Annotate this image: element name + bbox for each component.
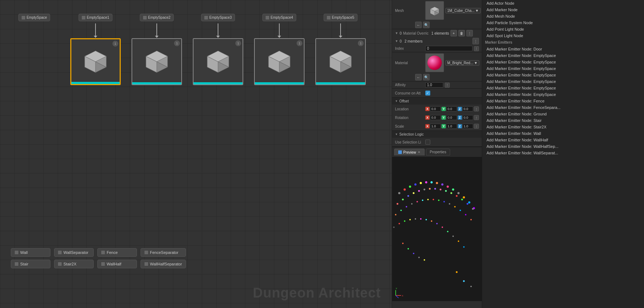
mat-expand-btn[interactable]: ⋮ xyxy=(466,30,473,36)
mat-search-btn[interactable]: 🔍 xyxy=(423,74,430,80)
menu-emitter-wallsep[interactable]: Add Marker Emitter Node: WallSeparat... xyxy=(482,150,644,156)
menu-emitter-wallhalf[interactable]: Add Marker Emitter Node: WallHalf xyxy=(482,137,644,143)
menu-emitter-stair[interactable]: Add Marker Emitter Node: Stair xyxy=(482,117,644,124)
rot-z-val[interactable]: 0.0 xyxy=(462,115,474,120)
empty-node-box-1[interactable]: EmptySpace1 xyxy=(79,14,112,21)
svg-point-43 xyxy=(418,190,420,192)
index-expand-btn[interactable]: ⋮ xyxy=(474,46,479,51)
scale-expand-btn[interactable]: ⋮ xyxy=(474,124,479,129)
mesh-section: Mesh 1M_Cube_Cha... ▼ ← 🔍 xyxy=(392,0,482,29)
mat-back-btn[interactable]: ← xyxy=(415,74,422,80)
empty-node-label-2: EmptySpace2 xyxy=(148,16,170,19)
empty-node-5[interactable]: EmptySpace5 1 xyxy=(310,11,371,88)
menu-emitter-stair2x[interactable]: Add Marker Emitter Node: Stair2X xyxy=(482,124,644,130)
empty-node-label-1: EmptySpace1 xyxy=(87,16,109,19)
menu-emitter-ground[interactable]: Add Marker Emitter Node: Ground xyxy=(482,111,644,117)
menu-emitter-fencesep[interactable]: Add Marker Emitter Node: FenceSepara... xyxy=(482,104,644,111)
empty-node-box-5[interactable]: EmptySpace5 xyxy=(324,14,357,21)
material-thumbnail[interactable] xyxy=(425,53,444,72)
fenceseparator-node[interactable]: FenceSeparator xyxy=(141,248,186,257)
scale-x-val[interactable]: 1.0 xyxy=(430,124,441,129)
selection-logic-header[interactable]: ▼ Selection Logic xyxy=(392,131,482,138)
empty-node-box-4[interactable]: EmptySpace4 xyxy=(262,14,296,21)
menu-add-mesh-node[interactable]: Add Mesh Node xyxy=(482,13,644,19)
offset-header[interactable]: ▼ Offset xyxy=(392,98,482,105)
affinity-input[interactable]: 1.0 xyxy=(425,82,443,88)
menu-emitter-emptyspace-4[interactable]: Add Marker Emitter Node: EmptySpace xyxy=(482,78,644,85)
mesh-node-0[interactable]: 1 xyxy=(70,38,121,85)
menu-emitter-emptyspace-6[interactable]: Add Marker Emitter Node: EmptySpace xyxy=(482,91,644,98)
empty-node-box-2[interactable]: EmptySpace2 xyxy=(140,14,174,21)
rot-expand-btn[interactable]: ⋮ xyxy=(474,115,479,120)
mesh-thumbnail[interactable] xyxy=(425,1,444,20)
mesh-node-4[interactable]: 1 xyxy=(315,38,366,85)
menu-emitter-wallhalfsep[interactable]: Add Marker Emitter Node: WallHalfSep... xyxy=(482,143,644,150)
affinity-expand-btn[interactable]: ⋮ xyxy=(445,83,450,88)
menu-emitter-emptyspace-1[interactable]: Add Marker Emitter Node: EmptySpace xyxy=(482,59,644,65)
properties-tab[interactable]: Properties xyxy=(426,149,450,155)
menu-add-marker-node[interactable]: Add Marker Node xyxy=(482,6,644,13)
empty-node-3[interactable]: EmptySpace3 1 xyxy=(187,11,249,88)
svg-point-50 xyxy=(456,195,458,197)
empty-node-box-0[interactable]: EmptySpace xyxy=(18,14,50,21)
fence-node[interactable]: Fence xyxy=(97,248,137,257)
node-sq-fence xyxy=(101,251,105,254)
members-expand-btn[interactable]: ⋮ xyxy=(472,38,479,44)
menu-emitter-fence[interactable]: Add Marker Emitter Node: Fence xyxy=(482,98,644,104)
preview-tab-close[interactable]: ✕ xyxy=(418,150,421,154)
loc-y-label: Y xyxy=(441,107,446,111)
material-dropdown[interactable]: M_Bright_Red... ▼ xyxy=(445,60,479,66)
loc-z-val[interactable]: 0.0 xyxy=(462,106,474,111)
wall-node[interactable]: Wall xyxy=(11,248,50,257)
menu-emitter-wall[interactable]: Add Marker Emitter Node: Wall xyxy=(482,130,644,137)
rot-x-val[interactable]: 0.0 xyxy=(430,115,441,120)
mesh-node-1[interactable]: 1 xyxy=(132,38,182,85)
menu-emitter-emptyspace-5[interactable]: Add Marker Emitter Node: EmptySpace xyxy=(482,85,644,91)
mesh-controls: ← 🔍 xyxy=(392,21,482,29)
stair2x-node[interactable]: Stair2X xyxy=(54,260,94,268)
preview-tab[interactable]: Preview ✕ xyxy=(394,149,425,155)
menu-add-point-light-node[interactable]: Add Point Light Node xyxy=(482,26,644,32)
mat-delete-btn[interactable]: 🗑 xyxy=(458,30,465,36)
empty-space-nodes-row: EmptySpace EmptySpace1 1 xyxy=(4,11,371,88)
empty-node-1[interactable]: EmptySpace1 1 xyxy=(65,11,126,88)
scale-y-val[interactable]: 1.0 xyxy=(446,124,457,129)
wallhalfseparator-node[interactable]: WallHalfSeparator xyxy=(141,260,186,268)
menu-emitter-emptyspace-3[interactable]: Add Marker Emitter Node: EmptySpace xyxy=(482,72,644,78)
menu-emitter-emptyspace-0[interactable]: Add Marker Emitter Node: EmptySpace xyxy=(482,52,644,59)
mat-add-btn[interactable]: + xyxy=(450,30,457,36)
svg-point-56 xyxy=(406,206,407,207)
empty-node-box-3[interactable]: EmptySpace3 xyxy=(201,14,235,21)
mesh-node-2[interactable]: 1 xyxy=(193,38,243,85)
consume-checkbox[interactable] xyxy=(425,91,430,96)
loc-expand-btn[interactable]: ⋮ xyxy=(474,106,479,111)
mesh-node-3[interactable]: 1 xyxy=(254,38,305,85)
wallseparator-node[interactable]: WallSeparator xyxy=(54,248,94,257)
scale-z-val[interactable]: 1.0 xyxy=(462,124,474,129)
mesh-search-btn[interactable]: 🔍 xyxy=(423,22,430,28)
corner-badge-4: 1 xyxy=(358,40,364,46)
index-input[interactable]: 0 xyxy=(425,46,472,51)
rot-y-val[interactable]: 0.0 xyxy=(446,115,457,120)
menu-add-spot-light-node[interactable]: Add Spot Light Node xyxy=(482,32,644,39)
wallhalf-node[interactable]: WallHalf xyxy=(97,260,137,268)
menu-add-actor-node[interactable]: Add Actor Node xyxy=(482,0,644,6)
rot-x-item: X 0.0 xyxy=(425,115,441,120)
use-selection-toggle[interactable] xyxy=(425,140,430,145)
node-sq-wall xyxy=(15,251,18,254)
empty-node-4[interactable]: EmptySpace4 1 xyxy=(249,11,310,88)
menu-emitter-door[interactable]: Add Marker Emitter Node: Door xyxy=(482,46,644,52)
menu-add-particle-system-node[interactable]: Add Particle System Node xyxy=(482,19,644,26)
stair-node[interactable]: Stair xyxy=(11,260,50,268)
svg-point-49 xyxy=(450,192,452,194)
menu-emitter-emptyspace-2[interactable]: Add Marker Emitter Node: EmptySpace xyxy=(482,65,644,72)
svg-line-93 xyxy=(396,295,399,298)
loc-y-val[interactable]: 0.0 xyxy=(446,106,457,111)
mesh-dropdown[interactable]: 1M_Cube_Cha... ▼ xyxy=(445,8,481,13)
bottom-items-section: Wall Stair WallSeparator Stair2X Fence xyxy=(11,248,186,268)
empty-node-0[interactable]: EmptySpace xyxy=(4,11,65,88)
node-icon xyxy=(22,16,25,19)
loc-x-val[interactable]: 0.0 xyxy=(430,106,441,111)
empty-node-2[interactable]: EmptySpace2 1 xyxy=(126,11,187,88)
mesh-back-btn[interactable]: ← xyxy=(415,22,422,28)
